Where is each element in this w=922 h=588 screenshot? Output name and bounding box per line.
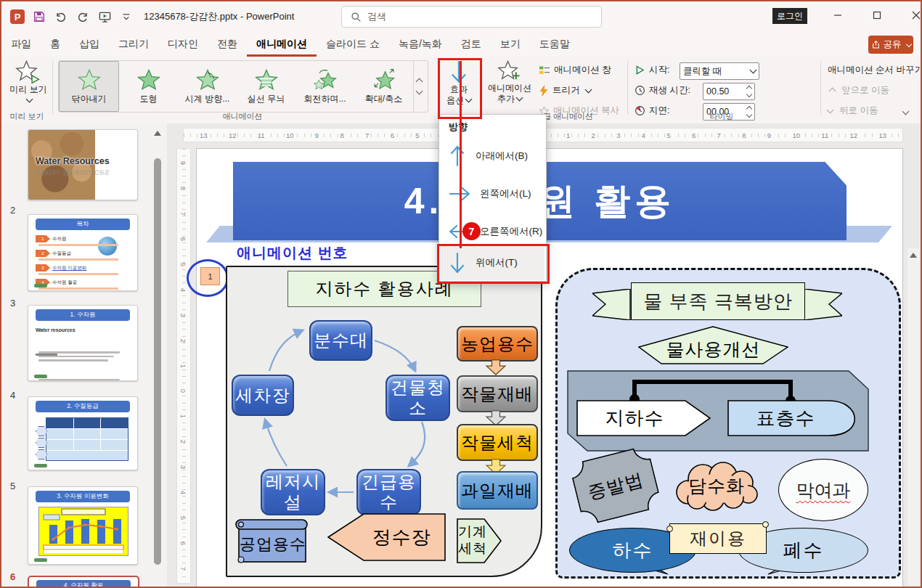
- ruler-number: 12: [849, 131, 860, 139]
- animation-pane-button[interactable]: 애니메이션 창: [539, 64, 611, 76]
- reuse-shape[interactable]: 재이용: [669, 523, 767, 554]
- shape-leisure-facility[interactable]: 레저시설: [261, 469, 325, 515]
- duration-clock-icon: [635, 85, 645, 96]
- tab-review[interactable]: 검토: [452, 33, 491, 57]
- share-icon: [871, 40, 881, 49]
- shape-car-wash[interactable]: 세차장: [232, 375, 294, 416]
- login-button[interactable]: 로그인: [772, 8, 807, 24]
- tab-slideshow[interactable]: 슬라이드 쇼: [317, 33, 389, 57]
- dropdown-item-from-left[interactable]: 왼쪽에서(L): [441, 176, 544, 211]
- ruler-number: 0: [179, 389, 187, 393]
- maximize-button[interactable]: [860, 0, 894, 30]
- ruler-number: 9: [179, 161, 187, 165]
- gallery-item-wipe[interactable]: 닦아내기: [59, 61, 119, 112]
- gallery-scroll[interactable]: [413, 61, 424, 112]
- shape-fruit-cultivation[interactable]: 과일재배: [457, 471, 538, 510]
- preview-button[interactable]: 미리 보기: [7, 60, 49, 106]
- shape-agricultural-water[interactable]: 농업용수: [457, 326, 538, 362]
- customize-qat-icon[interactable]: [119, 9, 134, 24]
- thumbnail-slide-6-selected[interactable]: 4. 수자원 활용: [28, 576, 139, 588]
- gallery-item-shape[interactable]: 도형: [119, 61, 178, 112]
- shape-building-clean[interactable]: 건물청소: [385, 375, 450, 421]
- undo-icon[interactable]: [54, 9, 68, 24]
- gallery-item-wheel[interactable]: 시계 방향...: [178, 61, 237, 112]
- gallery-item-randombars[interactable]: 실선 무늬: [237, 61, 295, 112]
- membrane-shape[interactable]: 막여과: [778, 459, 868, 521]
- close-button[interactable]: [899, 0, 922, 30]
- tab-transitions[interactable]: 전환: [208, 33, 247, 57]
- slide-canvas[interactable]: 4. 수자원 활용 애니메이션 번호 1 지하수 활용사례 분수대 건물청소 긴…: [196, 148, 903, 588]
- scroll-up-icon[interactable]: [910, 253, 917, 258]
- tab-draw[interactable]: 그리기: [109, 33, 158, 57]
- scroll-up-icon[interactable]: [154, 131, 161, 136]
- minimize-button[interactable]: [821, 0, 854, 30]
- tab-animations[interactable]: 애니메이션: [247, 33, 317, 57]
- animation-gallery: 닦아내기 도형 시계 방향... 실선 무늬 회전하며... 확대/축소: [58, 60, 428, 113]
- add-animation-button[interactable]: 애니메이션 추가: [484, 60, 536, 105]
- desalination-shape[interactable]: 담수화: [669, 460, 764, 511]
- start-select[interactable]: 클릭할 때: [680, 62, 759, 80]
- document-title: 12345678-강감찬.pptx - PowerPoint: [144, 10, 294, 23]
- duration-input[interactable]: 00.50: [703, 83, 755, 100]
- ruler-number: 7: [179, 212, 187, 216]
- thumbnail-slide-3[interactable]: 1. 수자원 Water resources: [28, 305, 138, 381]
- start-presentation-icon[interactable]: [97, 9, 112, 24]
- move-later-button[interactable]: 뒤로 이동: [828, 105, 878, 117]
- tab-help[interactable]: 도움말: [530, 33, 579, 57]
- thumb5-logo: [34, 558, 47, 562]
- ruler-number: 13: [877, 131, 888, 139]
- membrane-label: 막여과: [796, 478, 851, 502]
- add-animation-star-icon: [497, 60, 522, 83]
- thumbnail-slide-4[interactable]: 2. 수질등급: [28, 396, 138, 470]
- ruler-number: 4: [179, 491, 187, 494]
- tab-insert[interactable]: 삽입: [70, 33, 109, 57]
- redo-icon[interactable]: [76, 9, 90, 24]
- thumbnail-scrollbar[interactable]: [153, 129, 162, 581]
- ruler-number: 2: [590, 131, 597, 139]
- gallery-item-zoom[interactable]: 확대/축소: [354, 61, 413, 112]
- thumbnail-slide-1[interactable]: Water Resources Water Resources: [28, 129, 138, 200]
- canvas-scrollbar[interactable]: [907, 248, 919, 585]
- tab-record[interactable]: 녹음/녹화: [389, 33, 452, 57]
- thumb1-title: Water Resources: [36, 156, 136, 166]
- thumb4-logo: [34, 464, 47, 467]
- ruler-number: 1: [565, 131, 571, 139]
- tab-view[interactable]: 보기: [491, 33, 530, 57]
- ruler-number: 3: [179, 313, 187, 317]
- slide-number: 2: [10, 205, 15, 216]
- gallery-item-growturn[interactable]: 회전하며...: [295, 61, 354, 112]
- dropdown-item-from-bottom[interactable]: 아래에서(B): [441, 138, 544, 173]
- ruler-number: 13: [198, 131, 209, 139]
- slide-number-selected: 6: [10, 571, 15, 582]
- shortage-panel[interactable]: 물 부족 극복방안 물사용개선 지하수 표층수 증발법: [555, 268, 901, 579]
- ruler-number: 2: [179, 338, 187, 342]
- thumb4-table: [46, 417, 128, 461]
- move-earlier-button[interactable]: 앞으로 이동: [828, 84, 889, 97]
- save-icon[interactable]: [32, 9, 46, 24]
- thumb5-title: 3. 수자원 이용변화: [36, 491, 130, 502]
- shape-crop-washing[interactable]: 작물세척: [457, 424, 538, 461]
- thumbnail-slide-5[interactable]: 3. 수자원 이용변화: [28, 486, 138, 565]
- share-button[interactable]: 공유: [868, 36, 913, 54]
- tab-design[interactable]: 디자인: [158, 33, 208, 57]
- ruler-number: 6: [389, 131, 396, 139]
- thumb3-heading: Water resources: [36, 327, 76, 332]
- thumb2-title: 목차: [36, 219, 130, 230]
- collapse-ribbon-button[interactable]: [903, 109, 908, 114]
- ruler-number: 1: [179, 364, 187, 367]
- shortage-banner[interactable]: 물 부족 극복방안: [631, 282, 805, 320]
- shape-crop-cultivation[interactable]: 작물재배: [457, 375, 538, 412]
- trigger-lightning-icon: [539, 85, 549, 97]
- tab-file[interactable]: 파일: [1, 33, 41, 57]
- trigger-button[interactable]: 트리거: [539, 84, 591, 97]
- shape-emergency-water[interactable]: 긴급용수: [356, 469, 421, 515]
- thumbnail-slide-2[interactable]: 목차 1수자원 2수질등급 3수자원 이용변화 4수자원 활용: [28, 214, 138, 291]
- tab-home[interactable]: 홈: [41, 33, 70, 57]
- shape-fountain[interactable]: 분수대: [309, 320, 372, 361]
- evaporation-shape[interactable]: 증발법: [568, 445, 663, 526]
- thumb3-logo: [34, 375, 47, 378]
- search-placeholder: 검색: [367, 10, 386, 23]
- annotation-box-from-top: [437, 244, 550, 284]
- search-input[interactable]: 검색: [341, 6, 602, 28]
- shape-star-icon: [136, 68, 161, 91]
